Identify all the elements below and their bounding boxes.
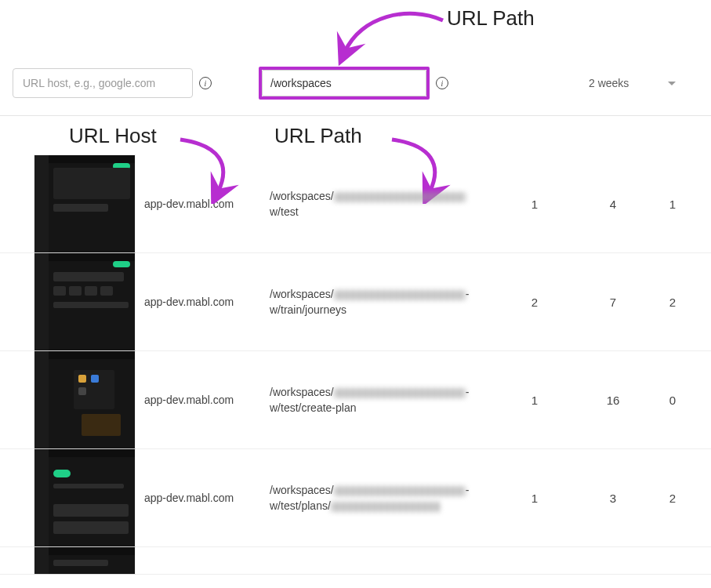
metric-cell: 0 bbox=[652, 394, 699, 407]
results-list: app-dev.mabl.com /workspaces/w/test 1 4 … bbox=[0, 116, 711, 575]
page-thumbnail[interactable] bbox=[34, 155, 135, 252]
chevron-down-icon bbox=[668, 82, 676, 85]
host-filter-group: i bbox=[13, 68, 212, 98]
metric-cell: 16 bbox=[574, 394, 652, 407]
path-input-highlight bbox=[259, 67, 430, 100]
redacted-text bbox=[334, 290, 466, 300]
redacted-text bbox=[334, 388, 466, 398]
url-path-cell: /workspaces/-w/train/journeys bbox=[260, 286, 495, 318]
page-thumbnail[interactable] bbox=[34, 547, 135, 574]
table-row[interactable]: app-dev.mabl.com /workspaces/-w/train/jo… bbox=[0, 253, 711, 351]
url-path-cell: /workspaces/-w/test/plans/ bbox=[260, 482, 495, 514]
info-icon[interactable]: i bbox=[199, 77, 212, 89]
url-host-input[interactable] bbox=[13, 68, 193, 98]
url-path-cell: /workspaces/w/test bbox=[260, 188, 495, 220]
table-row[interactable]: app-dev.mabl.com /workspaces/-w/test/pla… bbox=[0, 449, 711, 547]
path-filter-group: i bbox=[259, 67, 448, 100]
redacted-text bbox=[331, 502, 441, 512]
page-thumbnail[interactable] bbox=[34, 253, 135, 350]
metric-cell: 1 bbox=[652, 198, 699, 211]
page-thumbnail[interactable] bbox=[34, 449, 135, 546]
metric-cell: 4 bbox=[574, 198, 652, 211]
redacted-text bbox=[334, 486, 466, 496]
url-host-cell: app-dev.mabl.com bbox=[135, 394, 260, 406]
table-row[interactable]: app-dev.mabl.com /workspaces/-w/test/cre… bbox=[0, 351, 711, 449]
table-row[interactable] bbox=[0, 547, 711, 575]
metric-cell: 2 bbox=[495, 296, 574, 309]
table-row[interactable]: app-dev.mabl.com /workspaces/w/test 1 4 … bbox=[0, 155, 711, 253]
timerange-dropdown[interactable]: 2 weeks bbox=[581, 72, 698, 94]
timerange-label: 2 weeks bbox=[589, 77, 629, 89]
metric-cell: 3 bbox=[574, 492, 652, 505]
redacted-text bbox=[334, 192, 466, 202]
metric-cell: 1 bbox=[495, 198, 574, 211]
url-host-cell: app-dev.mabl.com bbox=[135, 198, 260, 210]
metric-cell: 1 bbox=[495, 394, 574, 407]
url-path-cell: /workspaces/-w/test/create-plan bbox=[260, 384, 495, 416]
metric-cell: 7 bbox=[574, 296, 652, 309]
metric-cell: 2 bbox=[652, 296, 699, 309]
metric-cell: 2 bbox=[652, 492, 699, 505]
metric-cell: 1 bbox=[495, 492, 574, 505]
info-icon[interactable]: i bbox=[436, 77, 448, 89]
url-path-input[interactable] bbox=[262, 70, 426, 96]
filter-bar: i i 2 weeks bbox=[0, 0, 711, 116]
url-host-cell: app-dev.mabl.com bbox=[135, 296, 260, 308]
page-thumbnail[interactable] bbox=[34, 351, 135, 448]
url-host-cell: app-dev.mabl.com bbox=[135, 492, 260, 504]
